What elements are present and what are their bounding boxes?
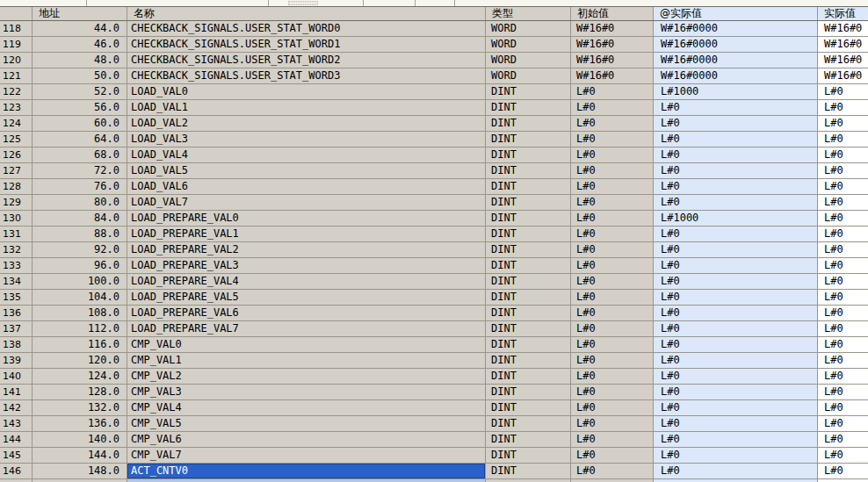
initial-value-cell[interactable]: W#16#0 [571,68,654,83]
actual-value-at-cell[interactable]: L#0 [654,274,818,289]
type-cell[interactable]: DINT [486,100,571,115]
address-cell[interactable]: 50.0 [33,68,127,83]
address-cell[interactable]: 124.0 [33,369,127,384]
actual-value-at-cell[interactable]: W#16#0000 [654,37,818,52]
type-cell[interactable]: DINT [486,116,571,131]
name-cell[interactable]: LOAD_VAL1 [127,100,486,115]
header-name[interactable]: 名称 [127,7,486,20]
initial-value-cell[interactable]: W#16#0 [571,37,654,52]
actual-value-cell[interactable]: L#0 [818,385,868,399]
address-cell[interactable]: 92.0 [33,242,127,257]
actual-value-cell[interactable]: L#0 [818,369,868,384]
initial-value-cell[interactable]: L#0 [571,179,654,194]
row-number-cell[interactable]: 138 [0,337,33,352]
actual-value-cell[interactable]: L#0 [818,179,868,194]
initial-value-cell[interactable]: L#0 [571,337,654,352]
type-cell[interactable]: DINT [486,369,571,384]
name-cell[interactable]: LOAD_PREPARE_VAL0 [127,211,486,226]
actual-value-cell[interactable]: L#0 [818,84,868,99]
actual-value-cell[interactable]: L#0 [818,258,868,273]
row-number-cell[interactable]: 140 [0,369,33,384]
type-cell[interactable]: WORD [486,68,571,83]
row-number-cell[interactable]: 122 [0,84,33,99]
address-cell[interactable]: 68.0 [33,147,127,162]
row-number-cell[interactable]: 146 [0,464,33,478]
address-cell[interactable]: 104.0 [33,290,127,305]
row-number-cell[interactable]: 137 [0,321,33,336]
row-number-cell[interactable]: 131 [0,227,33,241]
actual-value-cell[interactable]: L#0 [818,464,868,478]
actual-value-cell[interactable]: W#16#0 [818,21,868,36]
type-cell[interactable]: DINT [486,242,571,257]
address-cell[interactable]: 60.0 [33,116,127,131]
actual-value-cell[interactable]: L#0 [818,132,868,147]
name-cell[interactable]: LOAD_VAL0 [127,84,486,99]
address-cell[interactable]: 64.0 [33,132,127,147]
initial-value-cell[interactable]: L#0 [571,416,654,431]
type-cell[interactable]: DINT [486,353,571,368]
actual-value-at-cell[interactable]: L#0 [654,369,818,384]
actual-value-at-cell[interactable]: L#0 [654,179,818,194]
row-number-cell[interactable]: 126 [0,147,33,162]
address-cell[interactable]: 108.0 [33,306,127,320]
header-type[interactable]: 类型 [486,7,571,20]
row-number-cell[interactable]: 142 [0,400,33,415]
actual-value-cell[interactable]: W#16#0 [818,68,868,83]
initial-value-cell[interactable]: L#0 [571,258,654,273]
actual-value-at-cell[interactable]: L#0 [654,353,818,368]
name-cell[interactable]: LOAD_VAL4 [127,147,486,162]
type-cell[interactable]: DINT [486,290,571,305]
actual-value-at-cell[interactable]: L#0 [654,100,818,115]
initial-value-cell[interactable]: L#0 [571,116,654,131]
actual-value-cell[interactable]: L#0 [818,163,868,178]
initial-value-cell[interactable]: L#0 [571,385,654,399]
address-cell[interactable]: 112.0 [33,321,127,336]
row-number-cell[interactable]: 132 [0,242,33,257]
actual-value-cell[interactable]: W#16#0 [818,37,868,52]
address-cell[interactable]: 116.0 [33,337,127,352]
actual-value-cell[interactable]: L#0 [818,147,868,162]
actual-value-at-cell[interactable]: W#16#0000 [654,53,818,68]
name-cell[interactable]: CHECKBACK_SIGNALS.USER_STAT_WORD3 [127,68,486,83]
actual-value-cell[interactable]: L#0 [818,290,868,305]
address-cell[interactable]: 56.0 [33,100,127,115]
initial-value-cell[interactable]: L#0 [571,100,654,115]
name-cell[interactable]: CMP_VAL7 [127,448,486,463]
actual-value-at-cell[interactable]: L#1000 [654,84,818,99]
row-number-cell[interactable]: 135 [0,290,33,305]
initial-value-cell[interactable]: L#0 [571,163,654,178]
initial-value-cell[interactable]: W#16#0 [571,21,654,36]
type-cell[interactable]: DINT [486,132,571,147]
actual-value-at-cell[interactable]: L#0 [654,258,818,273]
address-cell[interactable]: 100.0 [33,274,127,289]
type-cell[interactable]: DINT [486,179,571,194]
actual-value-at-cell[interactable]: L#0 [654,416,818,431]
actual-value-cell[interactable]: L#0 [818,100,868,115]
actual-value-at-cell[interactable]: L#0 [654,464,818,478]
address-cell[interactable]: 80.0 [33,195,127,210]
initial-value-cell[interactable]: L#0 [571,432,654,447]
header-row-number[interactable] [0,7,33,20]
row-number-cell[interactable]: 128 [0,179,33,194]
actual-value-cell[interactable]: L#0 [818,416,868,431]
name-cell[interactable]: CMP_VAL5 [127,416,486,431]
name-cell[interactable]: LOAD_VAL3 [127,132,486,147]
actual-value-cell[interactable]: L#0 [818,400,868,415]
name-cell[interactable]: CHECKBACK_SIGNALS.USER_STAT_WORD1 [127,37,486,52]
address-cell[interactable]: 48.0 [33,53,127,68]
name-cell[interactable]: LOAD_PREPARE_VAL1 [127,227,486,241]
address-cell[interactable]: 96.0 [33,258,127,273]
row-number-cell[interactable]: 134 [0,274,33,289]
row-number-cell[interactable]: 119 [0,37,33,52]
name-cell[interactable]: LOAD_PREPARE_VAL5 [127,290,486,305]
actual-value-cell[interactable]: L#0 [818,116,868,131]
row-number-cell[interactable]: 136 [0,306,33,320]
type-cell[interactable]: DINT [486,337,571,352]
address-cell[interactable]: 44.0 [33,21,127,36]
name-cell[interactable]: CMP_VAL3 [127,385,486,399]
address-cell[interactable]: 72.0 [33,163,127,178]
actual-value-cell[interactable]: W#16#0 [818,53,868,68]
actual-value-cell[interactable]: L#0 [818,274,868,289]
header-actual-value-at[interactable]: @实际值 [654,7,818,20]
name-cell[interactable]: CMP_VAL0 [127,337,486,352]
